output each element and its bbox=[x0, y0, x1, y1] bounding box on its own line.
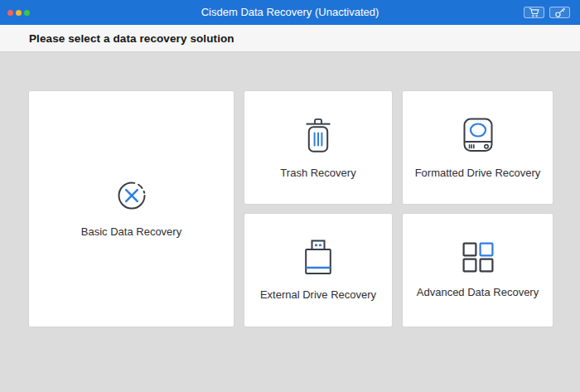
titlebar: Cisdem Data Recovery (Unactivated) bbox=[0, 0, 580, 25]
hard-drive-icon bbox=[462, 117, 495, 157]
card-label: Trash Recovery bbox=[280, 167, 355, 179]
card-trash-recovery[interactable]: Trash Recovery bbox=[244, 91, 392, 204]
card-label: External Drive Recovery bbox=[260, 288, 376, 301]
card-label: Basic Data Recovery bbox=[81, 225, 181, 238]
solutions-panel: Basic Data Recovery Trash Recovery bbox=[0, 52, 580, 392]
trash-icon bbox=[305, 117, 331, 157]
circle-x-icon bbox=[117, 181, 147, 214]
minimize-button[interactable] bbox=[16, 10, 22, 16]
purchase-button[interactable] bbox=[524, 7, 544, 18]
titlebar-buttons bbox=[524, 0, 570, 25]
card-label: Advanced Data Recovery bbox=[417, 286, 539, 298]
card-basic-data-recovery[interactable]: Basic Data Recovery bbox=[29, 91, 234, 327]
card-advanced-data-recovery[interactable]: Advanced Data Recovery bbox=[403, 214, 553, 327]
card-formatted-drive-recovery[interactable]: Formatted Drive Recovery bbox=[403, 91, 553, 204]
close-button[interactable] bbox=[7, 10, 13, 16]
window-title: Cisdem Data Recovery (Unactivated) bbox=[0, 0, 580, 25]
usb-drive-icon bbox=[304, 240, 332, 278]
window-controls bbox=[7, 0, 30, 25]
page-title: Please select a data recovery solution bbox=[29, 32, 234, 45]
zoom-button[interactable] bbox=[24, 10, 30, 16]
card-external-drive-recovery[interactable]: External Drive Recovery bbox=[244, 214, 392, 327]
app-window: Cisdem Data Recovery (Unactivated) bbox=[0, 0, 580, 392]
grid-squares-icon bbox=[462, 242, 494, 276]
activate-button[interactable] bbox=[549, 7, 570, 18]
page-header: Please select a data recovery solution bbox=[0, 25, 580, 52]
card-label: Formatted Drive Recovery bbox=[415, 167, 541, 179]
cart-icon bbox=[529, 7, 540, 17]
key-icon bbox=[554, 7, 566, 18]
